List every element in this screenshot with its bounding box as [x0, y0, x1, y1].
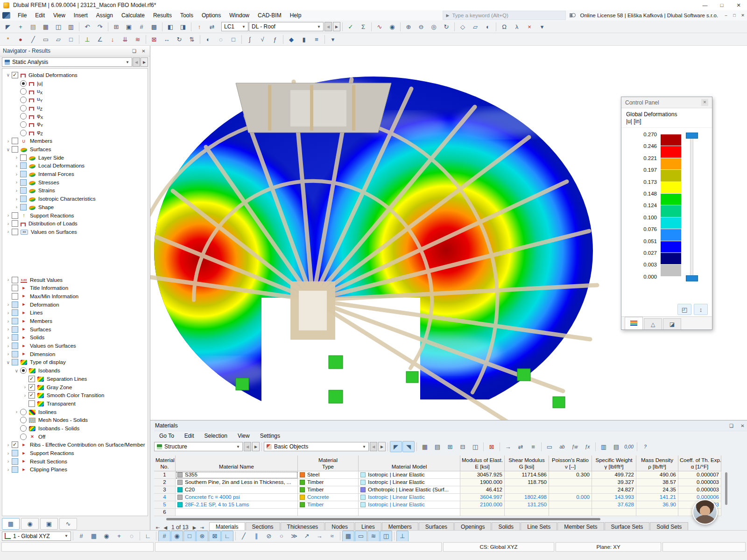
function-weight-icon[interactable]: ƒw: [569, 441, 581, 452]
layers-icon[interactable]: ≋: [367, 531, 380, 542]
cell-name[interactable]: [176, 509, 298, 516]
checkbox[interactable]: [12, 450, 18, 456]
tree-item-surfaces[interactable]: ∨Surfaces: [4, 145, 148, 154]
library-icon[interactable]: ▤: [610, 441, 622, 452]
checkbox[interactable]: [20, 162, 27, 169]
delete-objects-icon[interactable]: ⊠: [148, 34, 160, 45]
material-row-3[interactable]: 3C20TimberOrthotropic | Linear Elastic (…: [154, 486, 722, 494]
tree-item-lines[interactable]: ›►Lines: [4, 309, 148, 317]
tree-item-internal-forces[interactable]: ›Internal Forces: [4, 170, 148, 178]
grid-show-icon[interactable]: ▦: [88, 531, 100, 542]
column-header-alpha[interactable]: Coeff. of Th. Exp.α [1/°F]: [678, 455, 721, 471]
help-icon[interactable]: ?: [639, 441, 651, 452]
menu-calculate[interactable]: Calculate: [117, 10, 149, 21]
more-tools-icon[interactable]: ▾: [536, 21, 548, 32]
snap-node-icon[interactable]: ◉: [171, 531, 183, 542]
regenerate-icon[interactable]: ⇄: [206, 21, 218, 32]
copy-icon[interactable]: ▥: [65, 21, 77, 32]
checkbox[interactable]: [12, 293, 18, 300]
import-export-icon[interactable]: ⇄: [514, 441, 527, 452]
save-file-icon[interactable]: ▦: [40, 21, 52, 32]
tree-item-off[interactable]: ×Off: [4, 433, 148, 441]
work-plane-icon[interactable]: ⊥: [396, 531, 409, 542]
snap-perpendicular-icon[interactable]: ∟: [221, 531, 233, 542]
select-pointer-icon[interactable]: ◤: [2, 21, 14, 32]
expander-icon[interactable]: ›: [5, 459, 12, 464]
generate-model-icon[interactable]: *: [2, 34, 14, 45]
materials-menu-settings[interactable]: Settings: [255, 433, 285, 439]
cell-name[interactable]: C20: [176, 486, 298, 494]
split-view-icon[interactable]: ◫: [469, 441, 481, 452]
parameter-list-icon[interactable]: ▥: [598, 441, 610, 452]
snap-arc-icon[interactable]: ○: [275, 531, 288, 542]
member-load-icon[interactable]: ⇊: [119, 34, 131, 45]
background-grid-icon[interactable]: ▦: [342, 531, 354, 542]
menu-options[interactable]: Options: [197, 10, 225, 21]
expander-icon[interactable]: ›: [13, 155, 20, 160]
expander-icon[interactable]: ›: [5, 139, 12, 144]
checkbox[interactable]: [20, 187, 27, 194]
menu-insert[interactable]: Insert: [70, 10, 92, 21]
user-tools-icon[interactable]: ▾: [327, 34, 339, 45]
expander-icon[interactable]: ›: [5, 213, 12, 218]
snap-tangent-icon[interactable]: ⊘: [263, 531, 275, 542]
row-grouping-icon[interactable]: ▤: [431, 441, 444, 452]
column-filter-icon[interactable]: ≡: [527, 441, 539, 452]
select-in-graphic-icon[interactable]: ◤: [390, 441, 402, 452]
column-header-rho[interactable]: Mass Densityρ [lb/ft³]: [636, 455, 678, 471]
scale-slider-max-handle[interactable]: [686, 133, 698, 139]
zoom-out-icon[interactable]: ⊖: [415, 21, 427, 32]
expander-icon[interactable]: ›: [21, 393, 28, 398]
control-panel-header[interactable]: Control Panel ✕: [621, 97, 712, 108]
tree-item-members[interactable]: ›∪Members: [4, 137, 148, 146]
expander-icon[interactable]: ›: [5, 221, 12, 226]
checkbox[interactable]: [28, 384, 35, 391]
snap-grid-icon[interactable]: #: [158, 531, 170, 542]
delete-row-icon[interactable]: ⊟: [457, 441, 469, 452]
tree-item-dimension[interactable]: ›►Dimension: [4, 350, 148, 358]
tree-item-gray-zone[interactable]: ›Gray Zone: [4, 383, 148, 392]
expander-icon[interactable]: ›: [5, 310, 12, 315]
selection-window-icon[interactable]: ▭: [355, 531, 367, 542]
material-row-4[interactable]: 4Concrete f'c = 4000 psiConcreteIsotropi…: [154, 494, 722, 501]
checkbox[interactable]: [12, 351, 18, 357]
tree-item-isobands-solids[interactable]: Isobands - Solids: [4, 424, 148, 433]
checkbox[interactable]: [12, 72, 18, 78]
tree-item-surfaces[interactable]: ›►Surfaces: [4, 325, 148, 334]
expander-icon[interactable]: ›: [13, 196, 20, 202]
materials-menu-selection[interactable]: Selection: [199, 433, 233, 439]
table-grid-view-icon[interactable]: ▦: [419, 441, 431, 452]
expander-icon[interactable]: ∨: [5, 72, 12, 77]
menu-cad-bim[interactable]: CAD-BIM: [254, 10, 286, 21]
tree-item-values-on-surfaces[interactable]: ›►Values on Surfaces: [4, 342, 148, 350]
materials-menu-edit[interactable]: Edit: [179, 433, 199, 439]
tree-item-type-of-display[interactable]: ∨Type of display: [4, 358, 148, 367]
menu-help[interactable]: Help: [286, 10, 306, 21]
tree-item-separation-lines[interactable]: Separation Lines: [4, 375, 148, 383]
cell-name[interactable]: S355: [176, 471, 298, 479]
material-row-5[interactable]: 528F-2.1E SP, 4 to 15 LamsTimberIsotropi…: [154, 501, 722, 509]
visibility-icon[interactable]: ◌: [215, 34, 227, 45]
tree-item-isotropic-characteristics[interactable]: ›Isotropic Characteristics: [4, 195, 148, 203]
checkbox[interactable]: [12, 326, 18, 333]
menu-window[interactable]: Window: [225, 10, 254, 21]
combinations-icon[interactable]: λ: [511, 21, 523, 32]
expander-icon[interactable]: ∨: [5, 360, 12, 365]
design-check-icon[interactable]: √: [256, 34, 268, 45]
tree-item-y[interactable]: φY: [4, 120, 148, 129]
expander-icon[interactable]: ›: [13, 180, 20, 185]
tree-item-max-min-information[interactable]: ►Max/Min Information: [4, 292, 148, 301]
load-cases-icon[interactable]: Ω: [498, 21, 510, 32]
snap-parallel-icon[interactable]: ∥: [250, 531, 262, 542]
next-category-button[interactable]: ▶: [378, 442, 386, 451]
tree-item-mesh-nodes-solids[interactable]: Mesh Nodes - Solids: [4, 416, 148, 424]
tree-item-members[interactable]: ›►Members: [4, 317, 148, 325]
radio-button[interactable]: [20, 417, 27, 423]
thickness-library-icon[interactable]: ≡: [310, 34, 323, 45]
expander-icon[interactable]: ›: [5, 442, 12, 448]
tree-item-shape[interactable]: ›Shape: [4, 203, 148, 211]
insert-row-icon[interactable]: ⊞: [444, 441, 456, 452]
close-button[interactable]: ✕: [730, 0, 747, 10]
checkbox[interactable]: [12, 146, 18, 153]
sync-selection-icon[interactable]: ◥: [402, 441, 415, 452]
